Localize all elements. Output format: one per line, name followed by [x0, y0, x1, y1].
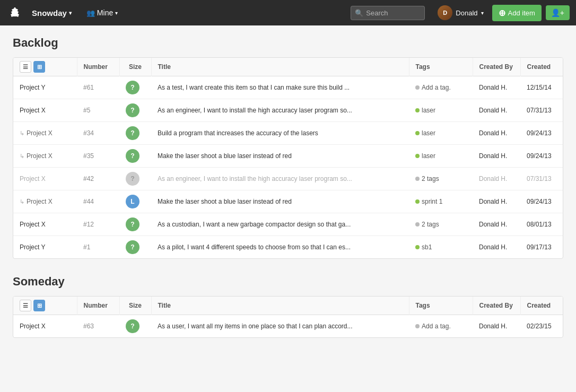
tag-item: laser — [415, 129, 435, 137]
item-number: #1 — [83, 243, 90, 251]
title-cell[interactable]: As a custodian, I want a new garbage com… — [151, 213, 409, 236]
tags-cell[interactable]: sb1 — [409, 236, 473, 259]
table-row[interactable]: ↳ Project X #35 ? Make the laser shoot a… — [13, 145, 563, 168]
item-title: Make the laser shoot a blue laser instea… — [158, 198, 292, 205]
size-badge: ? — [126, 149, 139, 163]
sub-arrow-icon: ↳ — [20, 153, 24, 160]
user-menu[interactable]: D Donald ▾ — [433, 3, 487, 22]
size-cell: ? — [119, 315, 151, 338]
table-row[interactable]: Project X #5 ? As an engineer, I want to… — [13, 99, 563, 122]
title-cell[interactable]: Build a program that increases the accur… — [151, 122, 409, 145]
item-title: As a pilot, I want 4 different speeds to… — [158, 243, 351, 251]
table-row[interactable]: Project X #12 ? As a custodian, I want a… — [13, 213, 563, 236]
size-badge: ? — [126, 126, 139, 140]
created-by-cell: Donald H. — [473, 168, 520, 190]
tag-multi: 2 tags — [415, 221, 439, 228]
created-by-cell: Donald H. — [473, 76, 520, 99]
project-cell: Project X — [13, 315, 77, 338]
tag-add[interactable]: Add a tag. — [415, 84, 451, 91]
title-cell[interactable]: Make the laser shoot a blue laser instea… — [151, 190, 409, 213]
item-title: Make the laser shoot a blue laser instea… — [158, 152, 292, 160]
project-name: Project X — [20, 175, 46, 182]
tags-cell[interactable]: 2 tags — [409, 213, 473, 236]
grid-view-button-backlog[interactable]: ⊞ — [33, 61, 45, 73]
item-number: #44 — [83, 198, 94, 205]
brand-button[interactable]: Snowday ▾ — [28, 6, 76, 20]
creator-name: Donald H. — [479, 107, 507, 114]
tag-text: Add a tag. — [422, 323, 451, 330]
add-item-button[interactable]: ⊕ Add item — [492, 5, 542, 21]
table-row[interactable]: Project Y #1 ? As a pilot, I want 4 diff… — [13, 236, 563, 259]
list-view-button-someday[interactable]: ☰ — [20, 300, 31, 311]
tags-cell[interactable]: laser — [409, 122, 473, 145]
col-header-tags-backlog: Tags — [409, 58, 473, 76]
size-badge: ? — [126, 217, 139, 231]
table-row[interactable]: Project X #63 ? As a user, I want all my… — [13, 315, 563, 338]
created-date: 02/23/15 — [527, 323, 552, 330]
title-cell[interactable]: As a user, I want all my items in one pl… — [151, 315, 409, 338]
main-content: Backlog ☰ ⊞ Number Size Title Tags Creat… — [0, 25, 576, 364]
table-row[interactable]: Project Y #61 ? As a test, I want create… — [13, 76, 563, 99]
size-cell: ? — [119, 99, 151, 122]
tags-cell[interactable]: Add a tag. — [409, 315, 473, 338]
add-user-icon: 👤+ — [551, 8, 564, 17]
item-title: As a custodian, I want a new garbage com… — [158, 221, 351, 228]
item-title: As a user, I want all my items in one pl… — [158, 323, 353, 330]
title-cell[interactable]: As an engineer, I want to install the hi… — [151, 99, 409, 122]
title-cell[interactable]: As a test, I want create this item so th… — [151, 76, 409, 99]
project-cell: ↳ Project X — [13, 190, 77, 213]
table-row[interactable]: ↳ Project X #44 L Make the laser shoot a… — [13, 190, 563, 213]
table-row[interactable]: ↳ Project X #34 ? Build a program that i… — [13, 122, 563, 145]
title-cell[interactable]: As a pilot, I want 4 different speeds to… — [151, 236, 409, 259]
number-cell: #12 — [77, 213, 119, 236]
project-name: Project X — [27, 198, 53, 205]
item-title: As a test, I want create this item so th… — [158, 84, 350, 91]
title-cell[interactable]: Make the laser shoot a blue laser instea… — [151, 145, 409, 168]
tags-cell[interactable]: 2 tags — [409, 168, 473, 190]
created-by-cell: Donald H. — [473, 236, 520, 259]
tag-dot-icon — [415, 108, 420, 112]
number-cell: #63 — [77, 315, 119, 338]
creator-name: Donald H. — [479, 152, 507, 160]
item-number: #42 — [83, 175, 94, 182]
tags-cell[interactable]: laser — [409, 99, 473, 122]
backlog-title: Backlog — [13, 36, 563, 50]
created-by-cell: Donald H. — [473, 145, 520, 168]
table-row[interactable]: Project X #42 ? As an engineer, I want t… — [13, 168, 563, 190]
creator-name: Donald H. — [479, 175, 507, 182]
mine-menu[interactable]: 👥 Mine ▾ — [82, 6, 122, 19]
created-date-cell: 07/31/13 — [520, 168, 563, 190]
created-date-cell: 09/17/13 — [520, 236, 563, 259]
col-header-createdby-backlog: Created By — [473, 58, 520, 76]
item-number: #5 — [83, 107, 90, 114]
size-cell: ? — [119, 168, 151, 190]
number-cell: #34 — [77, 122, 119, 145]
title-cell[interactable]: As an engineer, I want to install the hi… — [151, 168, 409, 190]
item-number: #61 — [83, 84, 94, 91]
grid-view-button-someday[interactable]: ⊞ — [33, 300, 45, 311]
search-input[interactable] — [351, 6, 425, 20]
avatar: D — [438, 5, 452, 20]
brand-label: Snowday — [32, 8, 67, 18]
size-badge: ? — [126, 81, 139, 94]
created-date-cell: 12/15/14 — [520, 76, 563, 99]
creator-name: Donald H. — [479, 129, 507, 137]
tag-text: 2 tags — [422, 175, 439, 182]
tag-add[interactable]: Add a tag. — [415, 323, 451, 330]
created-date: 09/24/13 — [527, 129, 552, 137]
tags-cell[interactable]: laser — [409, 145, 473, 168]
project-cell: Project X — [13, 99, 77, 122]
list-view-button-backlog[interactable]: ☰ — [20, 61, 31, 73]
tag-text: sprint 1 — [422, 198, 442, 205]
created-date-cell: 09/24/13 — [520, 190, 563, 213]
tag-dot-icon — [415, 177, 420, 181]
add-user-button[interactable]: 👤+ — [546, 5, 570, 20]
sub-arrow-icon: ↳ — [20, 198, 24, 205]
created-by-cell: Donald H. — [473, 122, 520, 145]
tags-cell[interactable]: sprint 1 — [409, 190, 473, 213]
item-number: #34 — [83, 129, 94, 137]
tags-cell[interactable]: Add a tag. — [409, 76, 473, 99]
project-cell: ↳ Project X — [13, 145, 77, 168]
someday-table-container: ☰ ⊞ Number Size Title Tags Created By Cr… — [13, 296, 563, 338]
item-number: #35 — [83, 152, 94, 160]
